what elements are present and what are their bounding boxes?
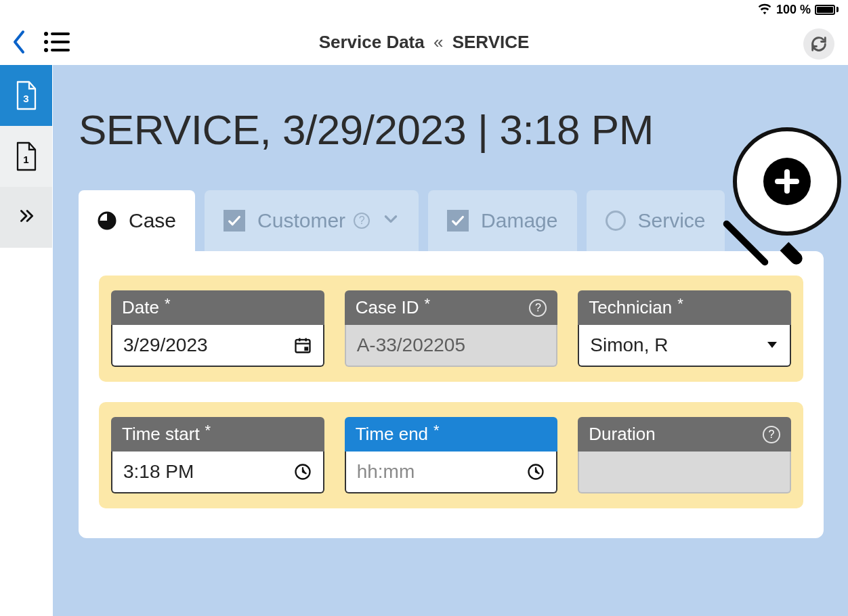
tab-case[interactable]: Case [79,190,195,251]
main-content: SERVICE, 3/29/2023 | 3:18 PM Case [53,65,848,616]
back-button[interactable] [11,29,27,55]
svg-rect-3 [51,41,70,43]
tab-label: Case [129,209,176,232]
tab-label: Damage [481,209,557,232]
field-label: Date* [111,290,324,325]
svg-rect-1 [51,32,70,35]
page-title: SERVICE, 3/29/2023 | 3:18 PM [79,106,824,154]
progress-pie-icon [98,211,116,230]
status-bar: 100 % [0,0,848,19]
date-input[interactable]: 3/29/2023 [111,325,324,367]
tab-damage[interactable]: Damage [428,190,576,251]
breadcrumb: Service Data « SERVICE [319,32,530,53]
field-technician: Technician* Simon, R [578,290,791,367]
clock-icon [526,462,545,481]
sidebar-expand-button[interactable] [0,187,52,248]
form-row-2: Time start* 3:18 PM Time end* hh:mm [99,402,803,508]
battery-percent-text: 100 % [776,3,811,17]
svg-rect-8 [304,347,308,351]
field-label: Case ID* ? [345,290,558,325]
field-label: Technician* [578,290,791,325]
time-start-input[interactable]: 3:18 PM [111,452,324,493]
field-duration: Duration ? [578,417,791,493]
chevron-double-right-icon [18,207,35,227]
sidebar-doc-active[interactable]: 3 [0,65,52,126]
breadcrumb-separator: « [433,32,443,52]
breadcrumb-part-2: SERVICE [452,32,530,52]
duration-display [578,452,791,493]
form-row-1: Date* 3/29/2023 Case ID* ? [99,276,803,382]
calendar-icon [293,336,312,355]
help-icon: ? [354,213,370,229]
doc-badge: 3 [23,92,28,104]
field-date: Date* 3/29/2023 [111,290,324,367]
svg-point-0 [44,32,48,36]
app-bar: Service Data « SERVICE [0,19,848,65]
field-case-id: Case ID* ? A-33/202205 [345,290,558,367]
wifi-icon [757,2,772,17]
tab-customer[interactable]: Customer ? [205,190,419,251]
radio-empty-icon [606,211,626,231]
doc-badge: 1 [23,153,28,164]
tab-label: Service [638,209,706,232]
help-icon[interactable]: ? [529,299,547,317]
svg-point-2 [44,40,48,44]
checkbox-checked-icon [447,210,469,232]
document-icon: 3 [15,81,38,110]
clock-icon [293,462,312,481]
refresh-button[interactable] [803,28,834,60]
chevron-down-icon [382,209,400,232]
form-panel: Date* 3/29/2023 Case ID* ? [79,251,824,538]
zoom-in-overlay-icon [722,127,841,246]
document-icon: 1 [15,141,38,171]
time-end-input[interactable]: hh:mm [345,452,558,493]
tab-label: Customer [257,209,345,232]
checkbox-checked-icon [224,210,245,232]
list-view-button[interactable] [43,30,70,53]
help-icon[interactable]: ? [763,426,780,443]
technician-select[interactable]: Simon, R [578,325,791,367]
chevron-down-icon [765,334,779,356]
tab-service[interactable]: Service [587,190,725,251]
svg-rect-5 [51,49,70,51]
breadcrumb-part-1: Service Data [319,32,425,52]
field-time-end: Time end* hh:mm [345,417,558,493]
field-label: Duration ? [578,417,791,452]
sidebar: 3 1 [0,65,53,616]
svg-point-4 [44,48,48,52]
field-label: Time start* [111,417,324,452]
battery-icon [815,5,839,15]
field-time-start: Time start* 3:18 PM [111,417,324,493]
field-label: Time end* [345,417,558,452]
sidebar-doc-secondary[interactable]: 1 [0,126,52,187]
tab-bar: Case Customer ? Damage Service [79,190,824,251]
case-id-input: A-33/202205 [345,325,558,367]
